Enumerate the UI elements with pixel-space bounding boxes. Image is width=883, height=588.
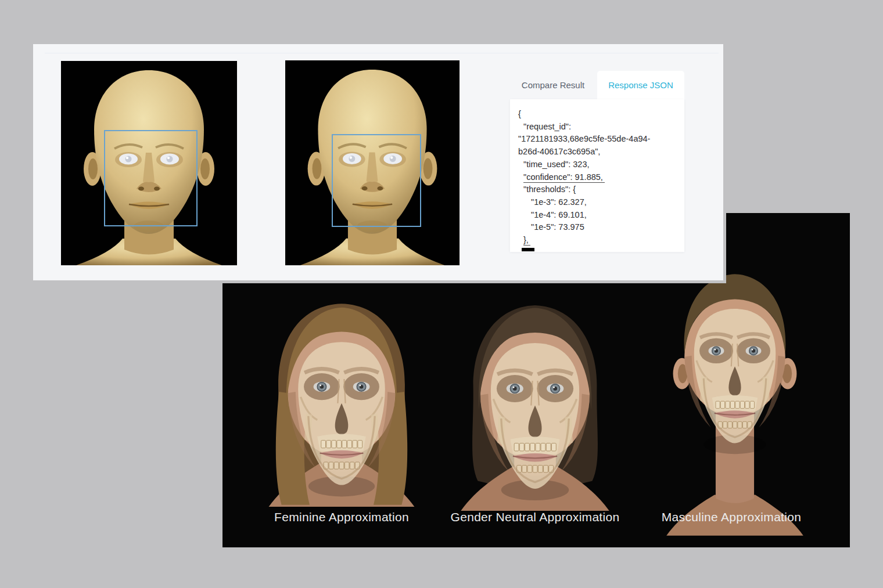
json-line: "confidence": 91.885, — [518, 171, 679, 184]
feminine-approximation-image — [246, 283, 437, 507]
face-detection-box — [104, 130, 198, 226]
facial-approximation-render — [645, 254, 825, 536]
approximation-label-feminine: Feminine Approximation — [248, 510, 435, 524]
approximation-label-neutral: Gender Neutral Approximation — [441, 510, 629, 524]
facial-approximation-render — [246, 283, 437, 507]
json-line: "thresholds": { — [518, 183, 679, 196]
tab-response-json[interactable]: Response JSON — [597, 71, 684, 99]
gender-neutral-approximation-image — [437, 283, 633, 511]
json-lines: {"request_id":"1721181933,68e9c5fe-55de-… — [518, 108, 679, 251]
json-line: "1721181933,68e9c5fe-55de-4a94- — [518, 133, 679, 146]
face-detection-box — [332, 134, 421, 227]
tab-compare-result[interactable]: Compare Result — [512, 71, 594, 99]
text-cursor — [522, 248, 534, 251]
json-response-panel: {"request_id":"1721181933,68e9c5fe-55de-… — [510, 99, 684, 252]
panel-divider — [45, 53, 719, 53]
json-line: "request_id": — [518, 121, 679, 134]
probe-image-left — [61, 61, 237, 265]
json-line: b26d-40617c3c695a", — [518, 146, 679, 158]
probe-image-right — [285, 60, 460, 265]
json-line: { — [518, 108, 679, 121]
json-line: "1e-4": 69.101, — [518, 209, 679, 222]
json-line: }, — [518, 234, 679, 247]
json-line: "1e-5": 73.975 — [518, 221, 679, 234]
masculine-approximation-image — [645, 254, 825, 536]
facial-approximation-render — [437, 283, 633, 511]
json-line: "1e-3": 62.327, — [518, 196, 679, 209]
json-line: "time_used": 323, — [518, 158, 679, 171]
compare-window: Compare Result Response JSON {"request_i… — [33, 44, 723, 280]
approximation-label-masculine: Masculine Approximation — [638, 510, 825, 524]
